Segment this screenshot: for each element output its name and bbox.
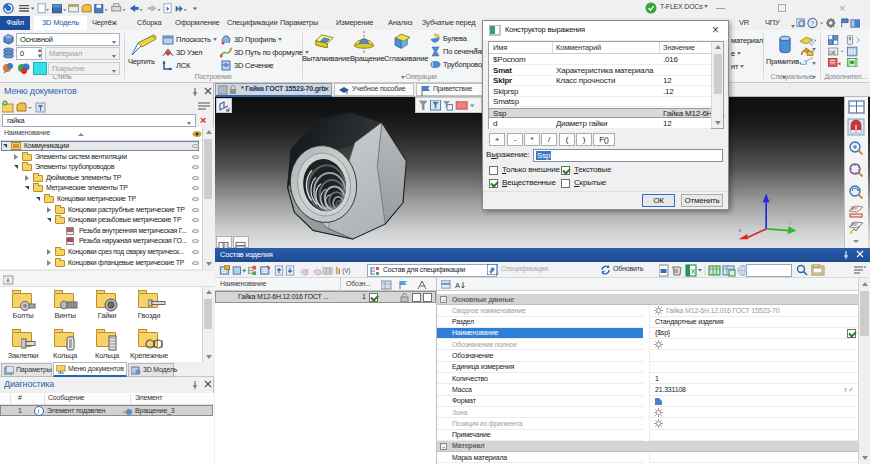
svg-text:X: X: [691, 267, 697, 276]
svg-text:(V): (V): [342, 267, 350, 275]
svg-text:6m: 6m: [851, 221, 858, 227]
svg-text:А: А: [455, 281, 460, 290]
svg-text:6m: 6m: [851, 205, 858, 211]
svg-text:[a]: [a]: [829, 49, 836, 55]
svg-text:x: x: [739, 227, 742, 233]
svg-text:?: ?: [810, 19, 814, 28]
svg-text:z: z: [770, 195, 773, 201]
svg-text:y: y: [789, 219, 792, 225]
